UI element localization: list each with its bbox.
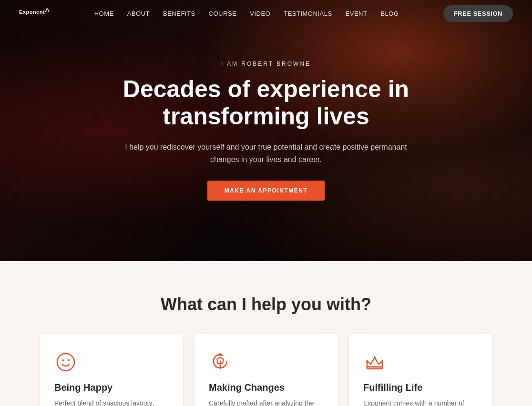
nav-course[interactable]: COURSE (209, 10, 237, 17)
card-fulfilling-life: Fulfilling Life Exponent comes with a nu… (349, 334, 492, 406)
changes-icon (209, 351, 232, 374)
card-fulfilling-life-title: Fulfilling Life (363, 382, 478, 393)
nav-testimonials[interactable]: TESTIMONIALS (284, 10, 332, 17)
smiley-icon (54, 351, 77, 374)
hero-description: I help you rediscover yourself and your … (123, 141, 409, 165)
card-being-happy: Being Happy Perfect blend of spacious la… (40, 334, 183, 406)
nav-about[interactable]: ABOUT (127, 10, 150, 17)
card-making-changes-title: Making Changes (209, 382, 323, 393)
brand-logo[interactable]: Exponent^ (19, 7, 50, 20)
cards-grid: Being Happy Perfect blend of spacious la… (19, 334, 513, 406)
appointment-button[interactable]: MAKE AN APPOINTMENT (207, 181, 325, 201)
help-title: What can I help you with? (19, 294, 513, 315)
crown-icon (363, 351, 386, 374)
card-being-happy-title: Being Happy (54, 382, 169, 393)
brand-superscript: ^ (45, 7, 50, 16)
svg-rect-5 (367, 367, 382, 369)
hero-title: Decades of experience in transforming li… (109, 76, 423, 131)
hero-subtitle: I AM ROBERT BROWNE (109, 61, 423, 67)
svg-point-2 (68, 359, 70, 361)
hero-section: I AM ROBERT BROWNE Decades of experience… (0, 0, 532, 261)
nav-home[interactable]: HOME (94, 10, 114, 17)
svg-point-6 (366, 360, 368, 362)
svg-point-8 (381, 360, 383, 362)
card-fulfilling-life-desc: Exponent comes with a number of (363, 398, 478, 406)
svg-point-1 (62, 359, 64, 361)
svg-point-0 (57, 354, 74, 371)
nav-benefits[interactable]: BENEFITS (163, 10, 195, 17)
card-being-happy-desc: Perfect blend of spacious layouts, (54, 398, 169, 406)
nav-blog[interactable]: BLOG (380, 10, 399, 17)
nav-links: HOME ABOUT BENEFITS COURSE VIDEO TESTIMO… (94, 9, 399, 18)
brand-name: Exponent (19, 9, 45, 15)
card-making-changes: Making Changes Carefully crafted after a… (194, 334, 338, 406)
hero-content: I AM ROBERT BROWNE Decades of experience… (99, 61, 433, 201)
card-making-changes-desc: Carefully crafted after analyzing the (209, 398, 323, 406)
navbar: Exponent^ HOME ABOUT BENEFITS COURSE VID… (0, 0, 532, 27)
svg-point-7 (374, 356, 376, 358)
help-section: What can I help you with? Being Happy Pe… (0, 261, 532, 406)
free-session-button[interactable]: FREE SESSION (443, 5, 513, 22)
nav-event[interactable]: EVENT (346, 10, 368, 17)
nav-video[interactable]: VIDEO (250, 10, 270, 17)
